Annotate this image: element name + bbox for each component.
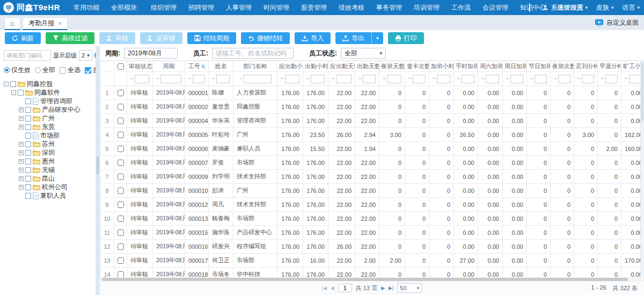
radio-all[interactable] [35,67,41,73]
row-checkbox[interactable] [118,215,124,222]
column-header[interactable]: 周六加班 [478,61,503,72]
collapse-node-icon[interactable]: - [4,82,9,87]
expand-node-icon[interactable]: + [19,116,24,121]
user-menu[interactable]: 系统管理员 ▾ [542,3,588,12]
tree-node[interactable]: +苏州 [4,140,93,148]
column-filter-input[interactable] [413,75,426,83]
tree-node-checkbox[interactable] [25,141,31,147]
column-header[interactable]: 部门名称 [233,61,277,72]
level-select[interactable]: 2 ▾ [79,50,92,61]
advanced-filter-button[interactable]: 高级过滤 [46,32,94,44]
column-filter-input[interactable] [160,75,181,83]
language-menu[interactable]: 语言 ▾ [622,3,640,12]
print-button[interactable]: 打印 [388,32,424,44]
row-checkbox[interactable] [118,243,124,250]
tree-node[interactable]: +杭州公司 [4,183,93,191]
select-all-checkbox[interactable] [60,67,66,74]
row-checkbox[interactable] [118,174,124,180]
home-tab[interactable]: ⌂ [4,17,20,30]
top-menu-item[interactable]: 会议管理 [477,3,514,12]
select-all-rows-checkbox[interactable] [118,63,124,70]
row-checkbox[interactable] [118,229,124,236]
column-header[interactable]: 节日加班 [527,61,551,72]
table-row[interactable]: 11待审核2019年08月000015施华洛产品研发中心176.00176.00… [100,226,644,240]
next-page-button[interactable]: ▶ [381,285,385,291]
vertical-scrollbar[interactable] [640,61,644,277]
top-menu-item[interactable]: 组织管理 [145,3,182,12]
tree-node-checkbox[interactable] [18,90,24,96]
top-menu-item[interactable]: 绩效考核 [333,3,370,12]
column-filter-input[interactable] [605,75,618,83]
row-checkbox[interactable] [118,146,124,152]
table-row[interactable]: 10待审核2019年08月000013杨春梅市场部176.00176.0022.… [100,212,644,226]
column-header[interactable]: 周日加班 [503,61,527,72]
tree-node-checkbox[interactable] [10,81,16,87]
column-header[interactable]: 夜班天数 [379,61,405,72]
column-filter-input[interactable] [363,75,376,83]
last-page-button[interactable]: ▶| [389,285,393,291]
expand-node-icon[interactable]: + [19,142,24,147]
table-row[interactable]: 7待审核2019年08月000009刘学明技术支持部176.00176.0022… [100,170,644,184]
import-button[interactable]: 导入 [295,32,331,44]
tab-attendance-monthly-report[interactable]: 考勤月报 × [23,17,68,30]
column-filter-input[interactable] [216,75,230,83]
column-filter-input[interactable] [135,75,149,83]
audit-button[interactable]: 审核 [99,32,135,44]
panel-splitter[interactable] [96,46,100,295]
column-filter-input[interactable] [193,75,205,83]
tree-node-checkbox[interactable] [25,150,31,156]
tree-node-checkbox[interactable] [25,159,31,164]
table-row[interactable]: 2待审核2019年08月000002童世贵同鑫控股176.00176.0022.… [100,100,644,114]
table-row[interactable]: 5待审核2019年08月000006麦德豪兼职人员176.0015.5022.0… [100,142,644,156]
tree-node-checkbox[interactable] [25,124,31,130]
expand-node-icon[interactable]: + [19,185,24,190]
prev-page-button[interactable]: ◀ [331,285,334,291]
column-header[interactable]: 出勤小时 [303,61,328,72]
tree-node[interactable]: +惠州 [4,157,93,166]
tree-node[interactable]: -同鑫控股 [4,80,93,88]
tree-node[interactable]: +深圳 [4,148,93,157]
skin-menu[interactable]: 皮肤 ▾ [596,3,614,12]
top-menu-item[interactable]: 培训管理 [408,3,445,12]
tree-node[interactable]: +昆山 [4,174,93,183]
table-row[interactable]: 14待审核2019年08月000018市场冬华中科技176.00176.0022… [100,268,644,277]
export-dropdown-button[interactable]: ▾ [371,32,383,44]
horizontal-scroll-thumb[interactable] [102,278,628,281]
tree-node[interactable]: +广州 [4,114,93,123]
tree-node-checkbox[interactable] [25,107,31,113]
row-checkbox[interactable] [118,90,124,96]
sort-icon[interactable]: ⇅ [201,64,206,69]
first-page-button[interactable]: |◀ [322,285,327,291]
table-row[interactable]: 8待审核2019年08月000010彭涛广州176.00176.0022.002… [100,184,644,198]
column-header[interactable]: 夜班次数 [551,61,574,72]
top-menu-item[interactable]: 招聘管理 [182,3,220,12]
row-checkbox[interactable] [118,271,124,277]
expand-node-icon[interactable]: + [19,176,24,181]
employee-search-input[interactable] [212,48,294,59]
top-menu-item[interactable]: 事务管理 [370,3,408,12]
close-icon[interactable]: × [58,20,62,27]
column-filter-input[interactable] [558,75,570,83]
row-checkbox[interactable] [118,132,124,138]
column-filter-input[interactable] [311,75,325,83]
column-filter-input[interactable] [336,75,352,83]
table-row[interactable]: 4待审核2019年08月000005叶彩玲广州176.0023.5026.002… [100,128,644,142]
column-header[interactable]: 加班小时 [429,61,454,72]
refresh-button[interactable]: 刷新 [5,32,41,44]
expand-node-icon[interactable]: + [19,150,24,155]
expand-node-icon[interactable]: + [19,159,24,164]
tree-node[interactable]: 市场部 [4,131,93,140]
column-filter-input[interactable] [387,75,401,83]
column-header[interactable]: 姓名 [209,61,233,72]
column-header[interactable]: 签卡次数 [405,61,429,72]
period-input[interactable] [124,48,178,59]
column-filter-input[interactable] [510,75,523,83]
row-checkbox[interactable] [118,104,124,110]
table-row[interactable]: 13待审核2019年08月000017何卫正市场部176.0016.0022.0… [100,254,644,268]
employee-status-select[interactable]: 全部 ▾ [341,48,386,59]
radio-effective-only[interactable] [4,67,10,73]
table-row[interactable]: 6待审核2019年08月000007罗俊市场部176.00176.0022.00… [100,156,644,170]
expand-node-icon[interactable]: + [19,168,24,172]
undo-carry-button[interactable]: 撤销结转 [241,32,290,44]
customize-desktop-button[interactable]: 自定义桌面 [595,18,639,27]
